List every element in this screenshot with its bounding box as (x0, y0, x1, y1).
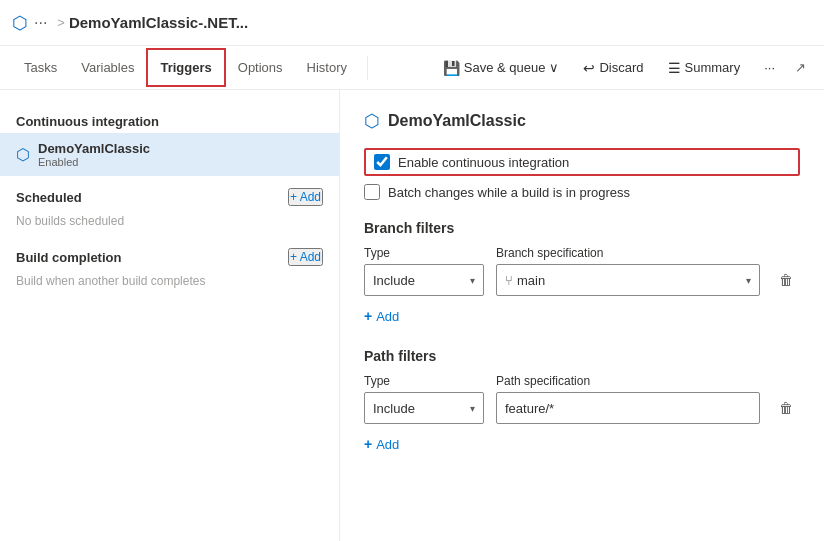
tab-tasks[interactable]: Tasks (12, 50, 69, 85)
batch-changes-checkbox[interactable] (364, 184, 380, 200)
path-type-header: Type (364, 374, 484, 388)
branch-spec-header: Branch specification (496, 246, 800, 260)
branch-spec-icon: ⑂ (505, 273, 513, 288)
scheduled-section: Scheduled + Add (0, 176, 339, 210)
branch-type-value: Include (373, 273, 415, 288)
content-title: DemoYamlClassic (388, 112, 526, 130)
nav-tabs: Tasks Variables Triggers Options History… (0, 46, 824, 90)
discard-button[interactable]: ↩ Discard (573, 54, 653, 82)
save-queue-button[interactable]: 💾 Save & queue ∨ (433, 54, 570, 82)
save-icon: 💾 (443, 60, 460, 76)
path-filters-section: Path filters Type Path specification Inc… (364, 348, 800, 456)
branch-spec-input[interactable]: ⑂ main ▾ (496, 264, 760, 296)
build-completion-section: Build completion + Add (0, 236, 339, 270)
branch-type-header: Type (364, 246, 484, 260)
build-completion-desc: Build when another build completes (0, 270, 339, 296)
header-more-button[interactable]: ··· (34, 14, 47, 32)
content-header: ⬡ DemoYamlClassic (364, 110, 800, 132)
add-scheduled-button[interactable]: + Add (288, 188, 323, 206)
add-build-completion-button[interactable]: + Add (288, 248, 323, 266)
branch-filter-row: Include ▾ ⑂ main ▾ 🗑 (364, 264, 800, 296)
tab-options[interactable]: Options (226, 50, 295, 85)
add-branch-filter-button[interactable]: + Add (364, 304, 399, 328)
scheduled-empty: No builds scheduled (0, 210, 339, 236)
tab-triggers[interactable]: Triggers (146, 48, 225, 87)
summary-icon: ☰ (668, 60, 681, 76)
save-queue-label: Save & queue (464, 60, 546, 75)
save-queue-arrow: ∨ (549, 60, 559, 75)
ci-item-status: Enabled (38, 156, 150, 168)
content-header-icon: ⬡ (364, 110, 380, 132)
path-type-value: Include (373, 401, 415, 416)
add-branch-icon: + (364, 308, 372, 324)
path-type-dropdown[interactable]: Include ▾ (364, 392, 484, 424)
add-branch-label: Add (376, 309, 399, 324)
path-spec-header: Path specification (496, 374, 800, 388)
ci-item-icon: ⬡ (16, 145, 30, 164)
path-filters-title: Path filters (364, 348, 800, 364)
discard-label: Discard (599, 60, 643, 75)
branch-spec-arrow: ▾ (746, 275, 751, 286)
nav-actions: 💾 Save & queue ∨ ↩ Discard ☰ Summary ···… (433, 54, 812, 82)
add-path-filter-button[interactable]: + Add (364, 432, 399, 456)
breadcrumb-separator: > (57, 15, 65, 30)
scheduled-title: Scheduled (16, 190, 82, 205)
page-title: DemoYamlClassic-.NET... (69, 14, 248, 31)
enable-ci-label[interactable]: Enable continuous integration (398, 155, 569, 170)
batch-changes-label[interactable]: Batch changes while a build is in progre… (388, 185, 630, 200)
checkbox-group: Enable continuous integration Batch chan… (364, 148, 800, 200)
path-spec-input[interactable]: feature/* (496, 392, 760, 424)
path-type-arrow: ▾ (470, 403, 475, 414)
content-area: ⬡ DemoYamlClassic Enable continuous inte… (340, 90, 824, 541)
tab-variables[interactable]: Variables (69, 50, 146, 85)
tab-history[interactable]: History (295, 50, 359, 85)
branch-type-dropdown[interactable]: Include ▾ (364, 264, 484, 296)
batch-changes-row: Batch changes while a build is in progre… (364, 184, 800, 200)
header: ⬡ ··· > DemoYamlClassic-.NET... (0, 0, 824, 46)
path-filter-row: Include ▾ feature/* 🗑 (364, 392, 800, 424)
ci-item-name: DemoYamlClassic (38, 141, 150, 156)
branch-type-arrow: ▾ (470, 275, 475, 286)
nav-divider (367, 56, 368, 80)
path-filter-headers: Type Path specification (364, 374, 800, 388)
add-path-icon: + (364, 436, 372, 452)
ci-section-title: Continuous integration (0, 106, 339, 133)
branch-filters-title: Branch filters (364, 220, 800, 236)
branch-filters-section: Branch filters Type Branch specification… (364, 220, 800, 328)
branch-spec-value: main (517, 273, 545, 288)
discard-icon: ↩ (583, 60, 595, 76)
summary-button[interactable]: ☰ Summary (658, 54, 751, 82)
path-delete-button[interactable]: 🗑 (772, 394, 800, 422)
branch-delete-button[interactable]: 🗑 (772, 266, 800, 294)
branch-filter-headers: Type Branch specification (364, 246, 800, 260)
expand-button[interactable]: ↗ (789, 54, 812, 81)
more-actions-button[interactable]: ··· (754, 54, 785, 81)
enable-ci-highlight: Enable continuous integration (364, 148, 800, 176)
sidebar-item-demoyamlclassic[interactable]: ⬡ DemoYamlClassic Enabled (0, 133, 339, 176)
main-layout: Continuous integration ⬡ DemoYamlClassic… (0, 90, 824, 541)
app-icon: ⬡ (12, 12, 28, 34)
add-path-label: Add (376, 437, 399, 452)
build-completion-title: Build completion (16, 250, 121, 265)
ci-item-info: DemoYamlClassic Enabled (38, 141, 150, 168)
enable-ci-checkbox[interactable] (374, 154, 390, 170)
sidebar: Continuous integration ⬡ DemoYamlClassic… (0, 90, 340, 541)
path-spec-value: feature/* (505, 401, 554, 416)
summary-label: Summary (685, 60, 741, 75)
